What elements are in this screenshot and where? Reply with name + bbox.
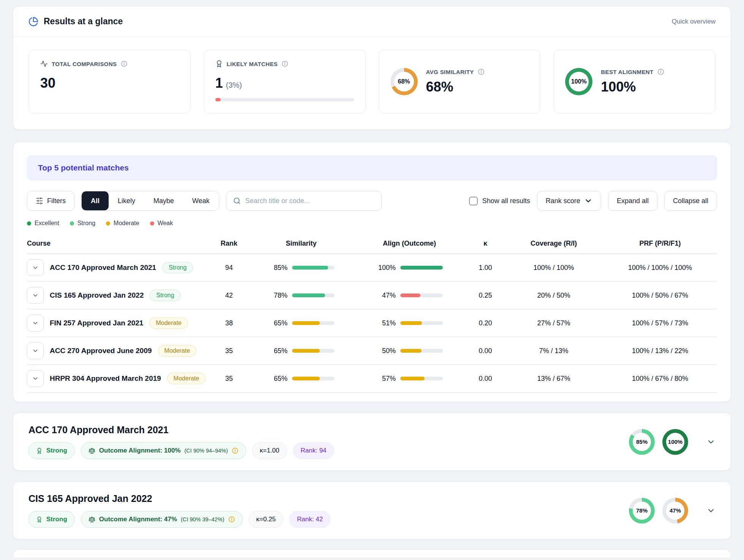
warning-icon[interactable] <box>228 516 235 523</box>
stat-label: LIKELY MATCHES <box>227 61 278 67</box>
donut-value: 100% <box>666 433 684 451</box>
rank-value: 42 <box>208 292 250 300</box>
expand-all-button[interactable]: Expand all <box>608 191 657 211</box>
best-alignment-donut: 100% <box>565 68 592 95</box>
kappa-value: 0.25 <box>466 292 504 300</box>
legend-item-strong: Strong <box>70 220 95 227</box>
course-name: FIN 257 Approved Jan 2021 <box>50 319 143 327</box>
prf-value: 100% / 57% / 73% <box>603 319 717 327</box>
info-icon[interactable] <box>121 60 128 67</box>
expand-row-button[interactable] <box>27 315 44 331</box>
stat-likely-matches: LIKELY MATCHES 1(3%) <box>204 50 366 114</box>
show-all-results-checkbox[interactable]: Show all results <box>469 197 530 205</box>
tab-all[interactable]: All <box>82 191 109 210</box>
similarity-cell: 78% <box>250 292 352 300</box>
col-rank[interactable]: Rank <box>208 240 250 248</box>
align-cell: 57% <box>352 375 466 383</box>
collapse-all-button[interactable]: Collapse all <box>664 191 717 211</box>
similarity-bar <box>292 293 335 297</box>
pie-chart-icon <box>28 17 38 27</box>
search-input[interactable] <box>245 197 374 205</box>
info-icon[interactable] <box>281 60 288 67</box>
legend-dot <box>27 221 31 226</box>
similarity-cell: 65% <box>250 347 352 355</box>
outcome-alignment-badge: Outcome Alignment: 100% (CI 90% 94–94%) <box>81 442 246 459</box>
align-bar <box>400 293 443 297</box>
search-box <box>226 191 382 211</box>
chevron-down-icon[interactable] <box>706 437 716 446</box>
coverage-value: 27% / 57% <box>504 319 603 327</box>
warning-icon[interactable] <box>232 447 239 454</box>
alignment-donut: 100% <box>662 429 688 455</box>
col-align-outcome[interactable]: Align (Outcome) <box>352 240 466 248</box>
quick-overview-label: Quick overview <box>672 18 716 25</box>
table-row: CIS 165 Approved Jan 2022 Strong 42 78% … <box>27 282 717 309</box>
align-cell: 51% <box>352 319 466 327</box>
chevron-down-icon[interactable] <box>706 506 716 515</box>
stat-value: 1(3%) <box>215 75 354 91</box>
align-bar <box>400 349 443 353</box>
expand-row-button[interactable] <box>27 259 44 276</box>
similarity-bar <box>292 266 335 270</box>
checkbox-label: Show all results <box>482 197 530 205</box>
tab-maybe[interactable]: Maybe <box>144 191 183 210</box>
kappa-value: 0.00 <box>466 347 504 355</box>
legend-item-weak: Weak <box>150 220 173 227</box>
col-coverage[interactable]: Coverage (R/I) <box>504 240 603 248</box>
stat-label: TOTAL COMPARISONS <box>52 61 117 67</box>
activity-icon <box>40 60 48 68</box>
detail-title: ACC 170 Approved March 2021 <box>28 424 334 435</box>
stat-sub-value: (3%) <box>226 81 242 89</box>
similarity-cell: 65% <box>250 319 352 327</box>
col-kappa[interactable]: κ <box>466 240 504 248</box>
rank-badge: Rank: 94 <box>293 442 334 459</box>
overview-header: Results at a glance Quick overview <box>13 6 731 37</box>
align-bar <box>400 377 443 380</box>
expand-row-button[interactable] <box>27 287 44 304</box>
align-bar <box>400 266 443 270</box>
info-icon[interactable] <box>478 68 485 75</box>
matches-toolbar: Filters All Likely Maybe Weak <box>27 191 717 211</box>
filters-button[interactable]: Filters <box>27 191 74 211</box>
tab-likely[interactable]: Likely <box>109 191 144 210</box>
filters-label: Filters <box>47 197 66 205</box>
legend-item-excellent: Excellent <box>27 220 59 227</box>
stat-avg-similarity: 68% AVG SIMILARITY 68% <box>379 50 541 114</box>
next-detail-card-partial <box>13 549 731 558</box>
donut-value: 47% <box>666 502 684 520</box>
table-row: ACC 270 Approved June 2009 Moderate 35 6… <box>27 337 717 365</box>
col-similarity[interactable]: Similarity <box>250 240 352 248</box>
col-course[interactable]: Course <box>27 240 208 248</box>
stat-value: 30 <box>40 75 179 91</box>
stat-value: 68% <box>426 79 485 95</box>
chevron-down-icon <box>584 197 592 205</box>
legend-dot <box>106 221 110 226</box>
stat-label: BEST ALIGNMENT <box>601 69 653 75</box>
donut-value: 85% <box>633 433 651 451</box>
stat-value: 100% <box>601 79 664 95</box>
prf-value: 100% / 67% / 80% <box>603 375 717 383</box>
expand-row-button[interactable] <box>27 342 44 359</box>
detail-card-acc-170: ACC 170 Approved March 2021 Strong Outco… <box>13 413 731 471</box>
expand-row-button[interactable] <box>27 370 44 387</box>
stats-row: TOTAL COMPARISONS 30 LIKELY MATCHES <box>13 37 731 129</box>
strength-badge: Strong <box>28 442 75 459</box>
stat-total-comparisons: TOTAL COMPARISONS 30 <box>28 50 191 114</box>
prf-value: 100% / 50% / 67% <box>603 292 717 300</box>
course-name: ACC 170 Approved March 2021 <box>50 263 156 272</box>
sort-select[interactable]: Rank score <box>537 191 601 211</box>
tab-weak[interactable]: Weak <box>183 191 219 210</box>
award-icon <box>36 448 43 454</box>
info-icon[interactable] <box>657 68 664 75</box>
col-prf[interactable]: PRF (P/R/F1) <box>603 240 717 248</box>
checkbox-box[interactable] <box>469 197 478 205</box>
strength-badge: Strong <box>28 511 75 528</box>
kappa-value: 1.00 <box>466 264 504 272</box>
alignment-donut: 47% <box>662 498 688 524</box>
coverage-value: 7% / 13% <box>504 347 603 355</box>
table-row: ACC 170 Approved March 2021 Strong 94 85… <box>27 254 717 282</box>
sliders-icon <box>36 197 43 205</box>
kappa-value: 0.00 <box>466 375 504 383</box>
rank-value: 38 <box>208 319 250 327</box>
likely-matches-progress-bar <box>215 98 354 101</box>
